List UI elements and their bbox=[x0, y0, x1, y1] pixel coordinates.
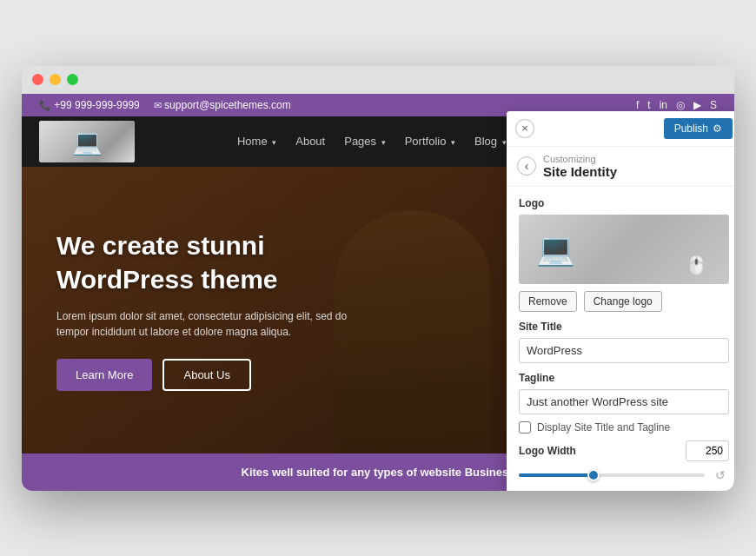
display-title-row: Display Site Title and Tagline bbox=[519, 421, 729, 434]
email-address: support@spicethemes.com bbox=[164, 99, 291, 111]
customizer-header: × Publish ⚙ bbox=[507, 111, 734, 147]
maximize-button[interactable] bbox=[67, 74, 78, 85]
hero-title-line2: WordPress theme bbox=[56, 265, 278, 294]
publish-label: Publish bbox=[674, 122, 708, 135]
publish-button[interactable]: Publish ⚙ bbox=[664, 118, 733, 139]
social-tw-icon[interactable]: t bbox=[647, 99, 650, 111]
logo-width-input[interactable] bbox=[686, 440, 729, 461]
display-title-label: Display Site Title and Tagline bbox=[537, 421, 670, 434]
customizer-title-group: Customizing Site Identity bbox=[543, 154, 617, 179]
email-info: ✉ support@spicethemes.com bbox=[154, 99, 291, 111]
customizer-panel: × Publish ⚙ ‹ Customizing Site Identity … bbox=[507, 111, 734, 491]
hero-buttons: Learn More About Us bbox=[56, 359, 474, 391]
social-li-icon[interactable]: in bbox=[660, 99, 667, 111]
logo-width-row: Logo Width bbox=[519, 440, 729, 461]
phone-icon: 📞 bbox=[39, 100, 51, 110]
about-us-button[interactable]: About Us bbox=[162, 359, 250, 391]
remove-logo-button[interactable]: Remove bbox=[519, 291, 577, 312]
hero-title-line1: We create stunni bbox=[56, 231, 265, 260]
slider-reset-button[interactable]: ↺ bbox=[712, 467, 729, 484]
nav-home[interactable]: Home ▾ bbox=[229, 129, 285, 153]
nav-portfolio[interactable]: Portfolio ▾ bbox=[396, 129, 464, 153]
gear-icon: ⚙ bbox=[713, 122, 722, 135]
top-bar-social: f t in ◎ ▶ S bbox=[636, 99, 717, 111]
hero-text: We create stunni WordPress theme Lorem i… bbox=[56, 228, 474, 391]
site-title-input[interactable] bbox=[519, 338, 729, 363]
logo-width-slider-row: ↺ bbox=[519, 467, 729, 484]
top-bar-left: 📞 +99 999-999-9999 ✉ support@spicethemes… bbox=[39, 99, 291, 111]
customizer-body: Logo Remove Change logo Site Title Tagli… bbox=[507, 187, 734, 491]
logo-field-label: Logo bbox=[519, 197, 729, 209]
site-logo bbox=[39, 121, 135, 162]
change-logo-button[interactable]: Change logo bbox=[584, 291, 662, 312]
logo-preview bbox=[519, 215, 729, 284]
slider-track[interactable] bbox=[519, 473, 705, 477]
customizer-close-button[interactable]: × bbox=[515, 119, 534, 138]
nav-about[interactable]: About bbox=[287, 129, 334, 153]
customizer-nav: ‹ Customizing Site Identity bbox=[507, 147, 734, 187]
tagline-label: Tagline bbox=[519, 372, 729, 384]
customizer-breadcrumb: Customizing bbox=[543, 154, 617, 164]
email-icon: ✉ bbox=[154, 100, 162, 110]
back-button[interactable]: ‹ bbox=[517, 156, 536, 175]
logo-width-label: Logo Width bbox=[519, 445, 576, 457]
social-yt-icon[interactable]: ▶ bbox=[693, 99, 701, 111]
social-fb-icon[interactable]: f bbox=[636, 99, 639, 111]
display-title-checkbox[interactable] bbox=[519, 421, 531, 434]
customizer-section-title: Site Identity bbox=[543, 164, 617, 179]
logo-buttons: Remove Change logo bbox=[519, 291, 729, 312]
titlebar bbox=[22, 66, 734, 94]
slider-thumb[interactable] bbox=[587, 469, 600, 481]
browser-content: 📞 +99 999-999-9999 ✉ support@spicethemes… bbox=[22, 94, 734, 491]
hero-subtitle: Lorem ipsum dolor sit amet, consectetur … bbox=[56, 308, 361, 340]
minimize-button[interactable] bbox=[50, 74, 61, 85]
nav-pages[interactable]: Pages ▾ bbox=[335, 129, 394, 153]
footer-bar-text: Kites well suited for any types of websi… bbox=[242, 466, 515, 479]
hero-title: We create stunni WordPress theme bbox=[56, 228, 474, 296]
mac-window: 📞 +99 999-999-9999 ✉ support@spicethemes… bbox=[22, 66, 734, 491]
close-button[interactable] bbox=[32, 74, 43, 85]
logo-image bbox=[39, 121, 135, 162]
social-ig-icon[interactable]: ◎ bbox=[676, 99, 685, 111]
slider-fill bbox=[519, 473, 594, 477]
learn-more-button[interactable]: Learn More bbox=[56, 359, 152, 391]
tagline-input[interactable] bbox=[519, 389, 729, 414]
phone-info: 📞 +99 999-999-9999 bbox=[39, 99, 140, 111]
phone-number: +99 999-999-9999 bbox=[54, 99, 139, 111]
social-sk-icon[interactable]: S bbox=[710, 99, 717, 111]
site-title-label: Site Title bbox=[519, 321, 729, 333]
